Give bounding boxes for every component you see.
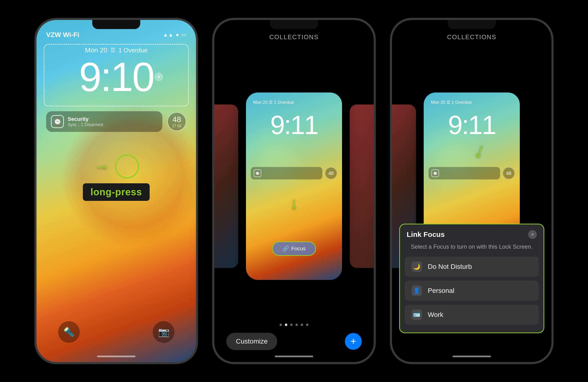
focus-option-personal[interactable]: 👤 Personal <box>405 281 539 301</box>
battery-icon: ▭ <box>181 32 186 38</box>
circle-sub: 37 66 <box>172 124 182 128</box>
dnd-label: Do Not Disturb <box>428 263 472 271</box>
bottom-icons: 🔦 📷 <box>37 321 196 343</box>
widget-text: Security Syst... 1 Disarmed <box>68 116 158 127</box>
side-screen-right <box>350 105 374 268</box>
carousel-area: Mon 20 ☰ 1 Overdue 9:11 ⌚ 48 ↓ 🔗 <box>214 44 374 328</box>
dot-6 <box>306 324 308 326</box>
collections-header-2: COLLECTIONS <box>214 33 374 41</box>
personal-icon: 👤 <box>411 285 422 296</box>
mini-list-icon: ☰ <box>269 100 274 105</box>
dot-3 <box>290 324 293 326</box>
widget-row: ⌚ Security Syst... 1 Disarmed 48 37 66 <box>46 111 186 132</box>
dots-indicator <box>214 324 374 326</box>
green-arrow-right: → <box>93 157 110 176</box>
lock-screen-info: Mon 20 ☰ 1 Overdue 9:10 ▾ <box>37 46 196 97</box>
widget-area: ⌚ Security Syst... 1 Disarmed 48 37 66 <box>46 111 186 132</box>
link-focus-modal: Link Focus × Select a Focus to turn on w… <box>399 224 544 333</box>
list-icon: ☰ <box>110 47 116 54</box>
mini-list-icon-3: ☰ <box>446 100 452 105</box>
mini-widgets-3: ⌚ 48 <box>428 167 515 179</box>
dot-2 <box>285 324 287 326</box>
mini-watch-icon-3: ⌚ <box>431 169 439 177</box>
mini-lockscreen-2: Mon 20 ☰ 1 Overdue 9:11 ⌚ 48 ↓ 🔗 <box>246 92 342 280</box>
mini-widgets-2: ⌚ 48 <box>251 167 337 179</box>
status-bar-1: VZW Wi-Fi ▲▲ ● ▭ <box>46 31 186 39</box>
iphone-1: VZW Wi-Fi ▲▲ ● ▭ Mon 20 ☰ 1 Overdue 9:10… <box>35 18 198 364</box>
mini-watch-widget-3: ⌚ <box>428 167 500 179</box>
carrier-label: VZW Wi-Fi <box>46 31 79 39</box>
date-line: Mon 20 ☰ 1 Overdue <box>85 46 148 54</box>
signal-icon: ▲▲ <box>163 32 173 38</box>
weather-circle-widget: 48 37 66 <box>167 112 186 131</box>
customize-button[interactable]: Customize <box>226 333 277 350</box>
notch-2 <box>270 20 318 29</box>
long-press-annotation: → long-press <box>37 154 196 201</box>
work-label: Work <box>428 311 443 318</box>
link-icon: 🔗 <box>282 246 289 252</box>
mini-date-2: Mon 20 ☰ 1 Overdue <box>253 100 294 105</box>
widget-subtitle: Syst... 1 Disarmed <box>68 122 158 127</box>
focus-button-2[interactable]: 🔗 Focus <box>272 241 316 256</box>
personal-label: Personal <box>428 287 454 295</box>
work-icon: 🪪 <box>411 309 422 320</box>
mini-date-3: Mon 20 ☰ 1 Overdue <box>431 100 472 105</box>
focus-option-dnd[interactable]: 🌙 Do Not Disturb <box>405 256 539 277</box>
side-screen-left <box>214 105 238 268</box>
watch-icon: ⌚ <box>51 115 64 128</box>
notch-1 <box>92 20 140 29</box>
press-circle <box>115 154 139 178</box>
dot-5 <box>301 324 303 326</box>
collections-header-3: COLLECTIONS <box>392 33 551 41</box>
camera-button[interactable]: 📷 <box>153 321 174 343</box>
phone2-screen: COLLECTIONS Mon 20 ☰ 1 Overdue 9:11 ⌚ <box>214 20 374 362</box>
mini-status-3: Mon 20 ☰ 1 Overdue <box>431 100 513 105</box>
home-indicator-3 <box>453 356 491 357</box>
mini-circle-widget: 48 <box>325 167 337 179</box>
time-display: 9:10 <box>79 56 154 97</box>
modal-subtitle: Select a Focus to turn on with this Lock… <box>400 243 544 256</box>
mini-time-2: 9:11 <box>246 112 342 138</box>
flashlight-button[interactable]: 🔦 <box>58 321 80 343</box>
phone3-screen: COLLECTIONS Mon 20 ☰ 1 Overdue 9:11 ⌚ <box>392 20 551 362</box>
security-widget: ⌚ Security Syst... 1 Disarmed <box>46 111 162 132</box>
mini-time-3: 9:11 <box>424 112 520 138</box>
iphone-3: COLLECTIONS Mon 20 ☰ 1 Overdue 9:11 ⌚ <box>390 18 553 364</box>
phone1-screen: VZW Wi-Fi ▲▲ ● ▭ Mon 20 ☰ 1 Overdue 9:10… <box>37 20 196 362</box>
modal-header: Link Focus × <box>400 224 544 243</box>
long-press-label: long-press <box>83 183 150 201</box>
mini-circle-widget-3: 48 <box>503 167 515 179</box>
widget-title: Security <box>68 116 158 122</box>
date-text: Mon 20 <box>85 46 107 54</box>
mini-watch-icon: ⌚ <box>254 169 261 177</box>
arrow-down-2: ↓ <box>290 193 298 213</box>
add-button[interactable]: + <box>345 333 362 350</box>
time-dropdown-icon[interactable]: ▾ <box>154 73 163 81</box>
modal-close-button[interactable]: × <box>528 230 537 239</box>
modal-title: Link Focus <box>407 230 445 239</box>
mini-status-2: Mon 20 ☰ 1 Overdue <box>253 100 335 105</box>
wifi-icon: ● <box>176 32 179 38</box>
status-icons: ▲▲ ● ▭ <box>163 32 186 38</box>
dnd-icon: 🌙 <box>411 261 422 272</box>
arrow-circle-group: → <box>93 154 139 178</box>
time-container: 9:10 ▾ <box>79 56 154 97</box>
overdue-badge: 1 Overdue <box>118 47 147 54</box>
mini-watch-widget: ⌚ <box>251 167 322 179</box>
notch-3 <box>448 20 496 29</box>
iphone-2: COLLECTIONS Mon 20 ☰ 1 Overdue 9:11 ⌚ <box>212 18 376 364</box>
home-indicator-1 <box>97 356 135 357</box>
modal-bottom-padding <box>400 329 544 333</box>
dot-4 <box>295 324 298 326</box>
phone2-bottom-bar: Customize + <box>214 333 374 350</box>
circle-number: 48 <box>172 115 181 124</box>
home-indicator-2 <box>275 356 313 357</box>
focus-option-work[interactable]: 🪪 Work <box>405 305 539 325</box>
dot-1 <box>280 324 282 326</box>
